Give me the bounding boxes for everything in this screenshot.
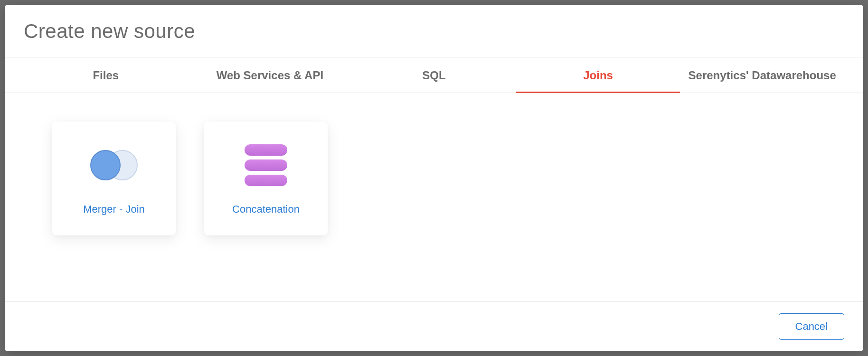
modal-footer: Cancel — [5, 301, 863, 351]
source-label: Merger - Join — [83, 203, 145, 215]
tab-label: Files — [93, 69, 119, 82]
cancel-button[interactable]: Cancel — [779, 313, 844, 340]
stacked-bars-icon — [242, 141, 290, 189]
tab-label: Serenytics' Datawarehouse — [689, 69, 836, 82]
tab-joins[interactable]: Joins — [516, 57, 680, 93]
modal-body: Merger - Join Concatenation — [5, 93, 863, 301]
tab-datawarehouse[interactable]: Serenytics' Datawarehouse — [680, 57, 844, 93]
source-card-merger-join[interactable]: Merger - Join — [52, 122, 176, 235]
source-card-concatenation[interactable]: Concatenation — [204, 122, 328, 235]
tab-sql[interactable]: SQL — [352, 57, 516, 93]
create-source-modal: Create new source Files Web Services & A… — [5, 5, 863, 351]
tab-label: Web Services & API — [217, 69, 323, 82]
tab-label: SQL — [422, 69, 445, 82]
source-label: Concatenation — [232, 203, 300, 215]
modal-title: Create new source — [24, 20, 844, 43]
tab-files[interactable]: Files — [24, 57, 188, 93]
tab-web-services[interactable]: Web Services & API — [188, 57, 352, 93]
tab-bar: Files Web Services & API SQL Joins Seren… — [5, 57, 863, 93]
modal-header: Create new source — [5, 5, 863, 57]
venn-diagram-icon — [90, 141, 138, 189]
tab-label: Joins — [583, 69, 613, 82]
